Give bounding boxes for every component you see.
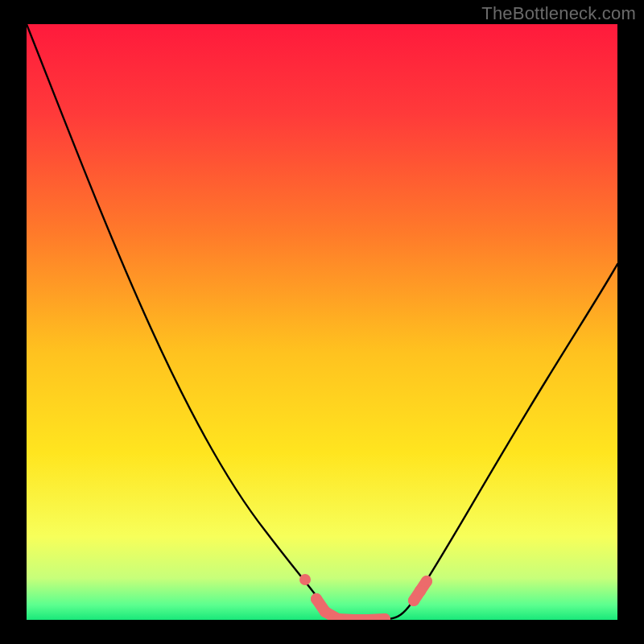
marker-dot [421, 576, 432, 587]
marker-dot [320, 606, 331, 617]
marker-dot [415, 585, 426, 597]
marker-dot [332, 613, 344, 625]
marker-dot [363, 614, 374, 625]
watermark-text: TheBottleneck.com [481, 3, 636, 24]
marker-dot [299, 574, 311, 585]
marker-dot [348, 614, 359, 625]
chart-svg [0, 0, 644, 644]
marker-dot [379, 613, 390, 625]
chart-frame: TheBottleneck.com [0, 0, 644, 644]
marker-dot [311, 593, 322, 605]
plot-background [27, 24, 617, 620]
marker-dot [408, 595, 419, 606]
